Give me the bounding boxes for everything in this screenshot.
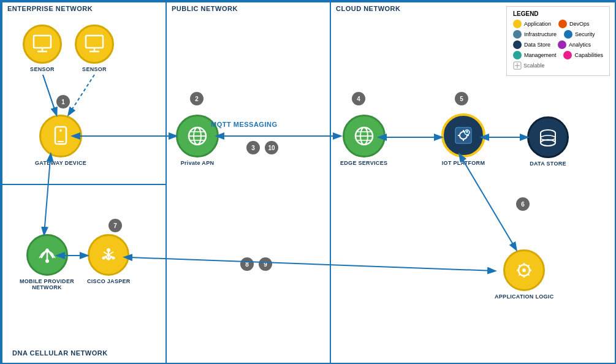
legend-security-label: Security — [575, 31, 595, 37]
legend-scalable: Scalable — [513, 61, 545, 70]
edge-services-node: EDGE SERVICES — [340, 115, 387, 166]
legend-title: LEGEND — [513, 10, 603, 17]
legend-datastore: Data Store — [513, 40, 550, 49]
legend-infrastructure-label: Infrastructure — [524, 31, 557, 37]
private-apn-label: Private APN — [181, 160, 215, 166]
legend-analytics-label: Analytics — [569, 42, 591, 48]
step-4-badge: 4 — [352, 92, 365, 105]
application-logic-icon — [512, 258, 536, 282]
sensor1-label: SENSOR — [30, 66, 55, 72]
legend-application: Application — [513, 20, 551, 28]
gateway-circle — [39, 115, 82, 157]
step-9-badge: 9 — [259, 257, 272, 271]
legend-application-label: Application — [524, 21, 551, 27]
mobile-provider-icon — [35, 243, 59, 267]
data-store-circle — [527, 116, 569, 158]
public-network-label: PUBLIC NETWORK — [167, 2, 330, 15]
legend-row-5: Scalable — [513, 61, 603, 70]
legend-row-3: Data Store Analytics — [513, 40, 603, 49]
legend: LEGEND Application DevOps Infrastructure… — [506, 6, 610, 76]
iot-platform-node: IOT PLATFORM — [441, 113, 485, 166]
edge-services-circle — [343, 115, 386, 157]
mqtt-label: MQTT MESSAGING — [211, 121, 277, 128]
svg-point-8 — [59, 129, 62, 132]
svg-point-52 — [102, 257, 105, 260]
step-10-badge: 10 — [265, 141, 278, 154]
edge-services-icon — [352, 124, 376, 148]
sensor2-circle — [75, 25, 114, 64]
legend-security-color — [564, 30, 572, 39]
step-7-badge: 7 — [108, 219, 122, 232]
data-store-node: DATA STORE — [527, 116, 569, 167]
sensor2-icon — [83, 33, 105, 55]
step-8-badge: 8 — [240, 257, 254, 271]
scalable-label: Scalable — [523, 63, 545, 69]
svg-rect-27 — [541, 133, 555, 143]
sensor1-node: SENSOR — [23, 25, 62, 72]
diagram-container: ENTERPRISE NETWORK DNA CELLULAR NETWORK … — [0, 0, 616, 364]
sensor1-icon — [31, 33, 53, 55]
legend-row-4: Management Capabilities — [513, 51, 603, 59]
gateway-label: GATEWAY DEVICE — [35, 160, 86, 166]
legend-capabilities: Capabilities — [563, 51, 603, 59]
gateway-node: GATEWAY DEVICE — [35, 115, 86, 166]
svg-line-41 — [519, 274, 520, 275]
legend-analytics-color — [558, 40, 566, 49]
private-apn-icon — [185, 124, 210, 148]
sensor2-label: SENSOR — [82, 66, 107, 72]
cisco-jasper-label: CISCO JASPER — [87, 278, 131, 284]
application-logic-circle — [503, 249, 545, 291]
mobile-provider-circle — [26, 234, 68, 276]
step-1-badge: 1 — [56, 95, 70, 108]
svg-point-51 — [107, 248, 110, 252]
cisco-jasper-circle — [88, 234, 129, 276]
legend-management-color — [513, 51, 522, 59]
sensor1-circle — [23, 25, 62, 64]
application-logic-label: APPLICATION LOGIC — [495, 294, 553, 300]
application-logic-node: APPLICATION LOGIC — [495, 249, 553, 300]
svg-rect-0 — [34, 36, 51, 48]
svg-point-33 — [522, 268, 526, 272]
iot-platform-circle — [441, 113, 485, 157]
mobile-provider-node: MOBILE PROVIDER NETWORK — [20, 234, 74, 290]
dna-network-label: DNA CELLULAR NETWORK — [7, 347, 113, 359]
svg-line-39 — [528, 274, 530, 275]
svg-point-45 — [45, 259, 49, 263]
sensor2-node: SENSOR — [75, 25, 114, 72]
step-5-badge: 5 — [455, 92, 468, 105]
legend-devops-color — [558, 20, 567, 28]
legend-infrastructure: Infrastructure — [513, 30, 557, 39]
svg-point-53 — [112, 257, 115, 260]
edge-services-label: EDGE SERVICES — [340, 160, 387, 166]
legend-devops: DevOps — [558, 20, 590, 28]
legend-row-2: Infrastructure Security — [513, 30, 603, 39]
legend-application-color — [513, 20, 522, 28]
step-6-badge: 6 — [516, 197, 530, 211]
svg-rect-19 — [455, 127, 471, 143]
legend-capabilities-label: Capabilities — [574, 52, 603, 58]
cisco-jasper-node: CISCO JASPER — [87, 234, 131, 284]
legend-capabilities-color — [563, 51, 572, 59]
step-2-badge: 2 — [190, 92, 203, 105]
legend-datastore-color — [513, 40, 522, 49]
public-network: PUBLIC NETWORK — [165, 1, 331, 364]
cisco-jasper-icon — [96, 243, 121, 267]
svg-rect-3 — [86, 36, 103, 48]
mobile-provider-label: MOBILE PROVIDER NETWORK — [20, 278, 74, 290]
legend-datastore-label: Data Store — [524, 42, 550, 48]
legend-management: Management — [513, 51, 557, 59]
gateway-icon — [49, 124, 72, 148]
legend-management-label: Management — [524, 52, 557, 58]
legend-row-1: Application DevOps — [513, 20, 603, 28]
legend-infrastructure-color — [513, 30, 522, 39]
data-store-label: DATA STORE — [530, 161, 566, 167]
legend-security: Security — [564, 30, 595, 39]
step-3-badge: 3 — [246, 141, 260, 154]
iot-platform-icon — [451, 123, 476, 148]
data-store-icon — [536, 126, 560, 149]
legend-analytics: Analytics — [558, 40, 591, 49]
scalable-icon — [513, 61, 522, 70]
legend-devops-label: DevOps — [569, 21, 590, 27]
enterprise-network-label: ENTERPRISE NETWORK — [2, 2, 165, 15]
svg-line-38 — [519, 265, 520, 267]
